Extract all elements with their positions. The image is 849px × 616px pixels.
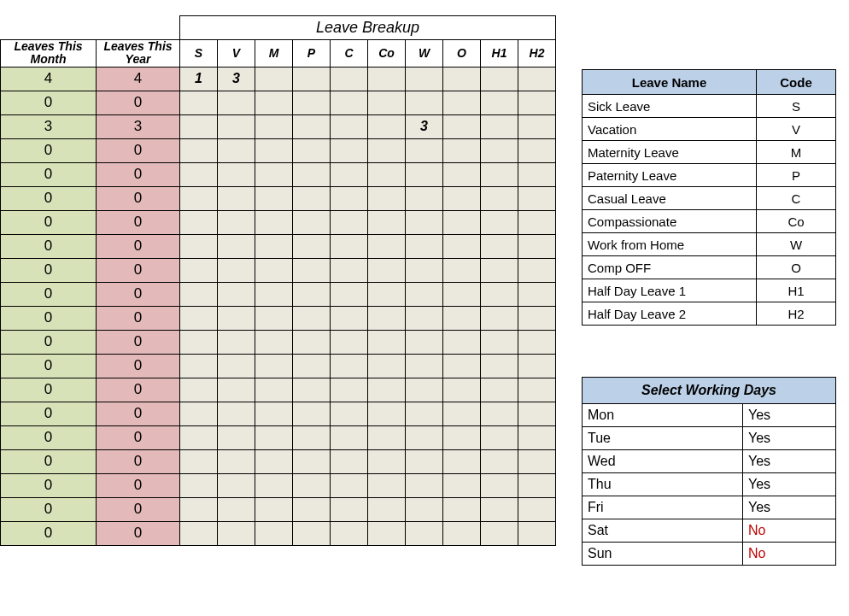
cell-breakup[interactable] (255, 114, 293, 138)
cell-leaves-year[interactable]: 0 (97, 497, 180, 521)
cell-leaves-year[interactable]: 3 (97, 114, 180, 138)
cell-breakup[interactable] (518, 114, 556, 138)
cell-breakup[interactable] (518, 378, 556, 402)
cell-breakup[interactable] (255, 138, 293, 162)
cell-breakup[interactable] (406, 449, 443, 473)
cell-breakup[interactable] (443, 306, 481, 330)
cell-breakup[interactable] (255, 497, 293, 521)
cell-breakup[interactable] (406, 210, 443, 234)
cell-breakup[interactable] (180, 234, 218, 258)
cell-breakup[interactable] (518, 473, 556, 497)
cell-breakup[interactable] (518, 306, 556, 330)
cell-breakup[interactable]: 3 (406, 114, 443, 138)
cell-breakup[interactable] (518, 282, 556, 306)
cell-breakup[interactable] (218, 497, 255, 521)
cell-leaves-year[interactable]: 0 (97, 210, 180, 234)
cell-breakup[interactable] (443, 449, 481, 473)
cell-breakup[interactable] (180, 473, 218, 497)
cell-leaves-year[interactable]: 0 (97, 186, 180, 210)
cell-breakup[interactable] (481, 162, 518, 186)
cell-breakup[interactable] (331, 473, 368, 497)
cell-breakup[interactable] (443, 402, 481, 425)
cell-breakup[interactable] (443, 330, 481, 354)
cell-breakup[interactable] (443, 258, 481, 282)
cell-breakup[interactable] (443, 162, 481, 186)
cell-breakup[interactable] (368, 330, 406, 354)
cell-breakup[interactable] (218, 449, 255, 473)
cell-breakup[interactable] (331, 449, 368, 473)
cell-breakup[interactable] (255, 306, 293, 330)
cell-leaves-year[interactable]: 0 (97, 330, 180, 354)
cell-breakup[interactable] (255, 330, 293, 354)
cell-leaves-month[interactable]: 0 (1, 186, 97, 210)
workday-value[interactable]: Yes (743, 404, 836, 427)
cell-breakup[interactable] (368, 354, 406, 378)
cell-breakup[interactable] (518, 402, 556, 425)
cell-breakup[interactable] (331, 378, 368, 402)
cell-breakup[interactable] (406, 521, 443, 545)
cell-breakup[interactable] (218, 354, 255, 378)
cell-breakup[interactable] (331, 402, 368, 425)
cell-breakup[interactable] (293, 234, 331, 258)
cell-breakup[interactable] (443, 67, 481, 91)
cell-breakup[interactable] (293, 67, 331, 91)
cell-breakup[interactable] (518, 91, 556, 114)
cell-leaves-month[interactable]: 0 (1, 521, 97, 545)
cell-breakup[interactable] (518, 258, 556, 282)
cell-breakup[interactable] (255, 258, 293, 282)
cell-breakup[interactable] (255, 521, 293, 545)
cell-breakup[interactable] (331, 162, 368, 186)
cell-breakup[interactable] (331, 91, 368, 114)
cell-breakup[interactable]: 1 (180, 67, 218, 91)
cell-breakup[interactable] (255, 67, 293, 91)
cell-breakup[interactable] (180, 497, 218, 521)
cell-breakup[interactable] (180, 521, 218, 545)
cell-leaves-year[interactable]: 0 (97, 162, 180, 186)
cell-breakup[interactable] (218, 402, 255, 425)
cell-breakup[interactable] (368, 91, 406, 114)
cell-breakup[interactable] (443, 378, 481, 402)
cell-breakup[interactable] (368, 210, 406, 234)
cell-breakup[interactable] (481, 186, 518, 210)
cell-breakup[interactable] (255, 425, 293, 449)
cell-breakup[interactable] (255, 402, 293, 425)
cell-breakup[interactable] (331, 306, 368, 330)
cell-breakup[interactable] (443, 138, 481, 162)
cell-breakup[interactable] (518, 67, 556, 91)
cell-breakup[interactable] (331, 330, 368, 354)
cell-breakup[interactable] (406, 138, 443, 162)
cell-breakup[interactable] (180, 114, 218, 138)
cell-breakup[interactable] (218, 473, 255, 497)
cell-leaves-month[interactable]: 0 (1, 91, 97, 114)
cell-breakup[interactable] (481, 425, 518, 449)
cell-breakup[interactable] (218, 210, 255, 234)
cell-breakup[interactable] (406, 402, 443, 425)
cell-breakup[interactable] (368, 186, 406, 210)
cell-breakup[interactable] (180, 138, 218, 162)
cell-breakup[interactable] (406, 186, 443, 210)
cell-breakup[interactable] (218, 282, 255, 306)
cell-leaves-year[interactable]: 0 (97, 282, 180, 306)
cell-breakup[interactable] (481, 91, 518, 114)
cell-breakup[interactable] (218, 425, 255, 449)
cell-breakup[interactable] (443, 354, 481, 378)
cell-breakup[interactable] (331, 186, 368, 210)
cell-breakup[interactable] (481, 473, 518, 497)
cell-leaves-year[interactable]: 0 (97, 402, 180, 425)
cell-breakup[interactable] (368, 402, 406, 425)
cell-breakup[interactable] (180, 162, 218, 186)
cell-breakup[interactable] (481, 234, 518, 258)
cell-breakup[interactable] (218, 91, 255, 114)
cell-breakup[interactable] (218, 330, 255, 354)
cell-breakup[interactable] (481, 306, 518, 330)
cell-breakup[interactable] (331, 234, 368, 258)
cell-breakup[interactable] (443, 473, 481, 497)
cell-breakup[interactable] (293, 330, 331, 354)
cell-breakup[interactable] (255, 473, 293, 497)
cell-breakup[interactable] (481, 330, 518, 354)
cell-breakup[interactable] (218, 162, 255, 186)
cell-breakup[interactable] (368, 306, 406, 330)
cell-breakup[interactable] (443, 210, 481, 234)
cell-breakup[interactable] (180, 258, 218, 282)
cell-breakup[interactable] (293, 354, 331, 378)
